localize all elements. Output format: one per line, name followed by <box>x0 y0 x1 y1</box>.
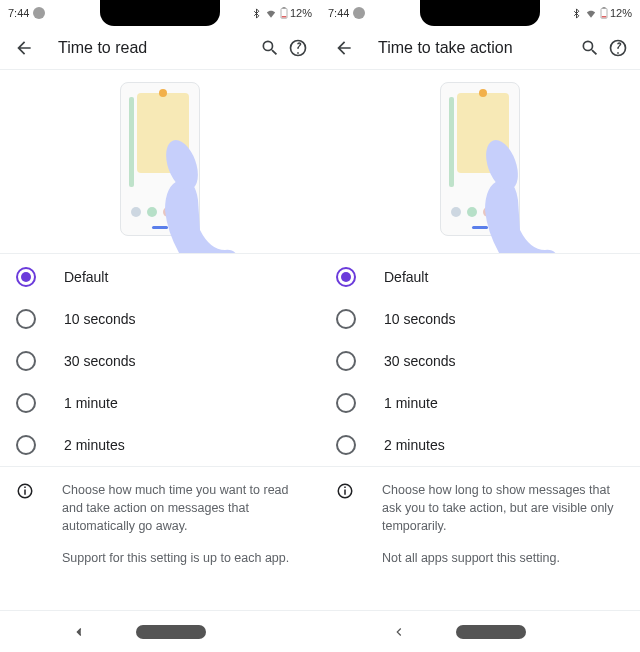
option-10s[interactable]: 10 seconds <box>320 298 640 340</box>
status-bar: 7:44 12% <box>320 0 640 26</box>
wifi-icon <box>264 8 278 19</box>
svg-rect-15 <box>344 487 346 489</box>
svg-rect-9 <box>602 7 605 9</box>
radio-icon <box>16 267 36 287</box>
help-icon <box>608 38 628 58</box>
hero-illustration <box>0 70 320 254</box>
radio-icon <box>336 267 356 287</box>
option-30s[interactable]: 30 seconds <box>0 340 320 382</box>
back-button[interactable] <box>330 34 358 62</box>
page-title: Time to read <box>58 39 256 57</box>
radio-icon <box>336 309 356 329</box>
app-bar: Time to take action <box>320 26 640 70</box>
info-desc: Choose how long to show messages that as… <box>382 481 624 535</box>
nav-home-pill[interactable] <box>136 625 206 639</box>
info-sub: Support for this setting is up to each a… <box>62 549 304 567</box>
option-label: 10 seconds <box>64 311 136 327</box>
svg-point-4 <box>160 136 204 194</box>
svg-point-12 <box>480 136 524 194</box>
notification-dot-icon <box>33 7 45 19</box>
battery-icon <box>600 7 608 19</box>
hero-illustration <box>320 70 640 254</box>
info-block: Choose how long to show messages that as… <box>320 467 640 568</box>
options-list: Default 10 seconds 30 seconds 1 minute 2… <box>0 254 320 467</box>
hand-icon <box>470 130 620 254</box>
option-label: 2 minutes <box>64 437 125 453</box>
option-label: Default <box>384 269 428 285</box>
radio-icon <box>16 393 36 413</box>
option-label: 30 seconds <box>384 353 456 369</box>
option-1m[interactable]: 1 minute <box>0 382 320 424</box>
radio-icon <box>336 393 356 413</box>
option-default[interactable]: Default <box>0 256 320 298</box>
display-notch <box>100 0 220 26</box>
option-10s[interactable]: 10 seconds <box>0 298 320 340</box>
app-bar: Time to read <box>0 26 320 70</box>
option-label: 1 minute <box>64 395 118 411</box>
option-label: 2 minutes <box>384 437 445 453</box>
option-label: 10 seconds <box>384 311 456 327</box>
option-2m[interactable]: 2 minutes <box>320 424 640 466</box>
info-sub: Not all apps support this setting. <box>382 549 624 567</box>
help-icon <box>288 38 308 58</box>
options-list: Default 10 seconds 30 seconds 1 minute 2… <box>320 254 640 467</box>
arrow-back-icon <box>14 38 34 58</box>
status-bar: 7:44 12% <box>0 0 320 26</box>
nav-back-button[interactable] <box>392 625 406 639</box>
info-desc: Choose how much time you want to read an… <box>62 481 304 535</box>
system-nav-bar <box>0 610 320 652</box>
option-label: 30 seconds <box>64 353 136 369</box>
screen-time-to-read: 7:44 12% Time to read <box>0 0 320 652</box>
info-block: Choose how much time you want to read an… <box>0 467 320 568</box>
svg-rect-7 <box>24 487 26 489</box>
bluetooth-icon <box>251 8 262 19</box>
battery-percent: 12% <box>290 7 312 19</box>
status-clock: 7:44 <box>328 7 349 19</box>
svg-rect-14 <box>344 490 346 495</box>
search-icon <box>580 38 600 58</box>
notification-dot-icon <box>353 7 365 19</box>
battery-percent: 12% <box>610 7 632 19</box>
radio-icon <box>16 435 36 455</box>
back-button[interactable] <box>10 34 38 62</box>
wifi-icon <box>584 8 598 19</box>
info-icon <box>16 482 34 500</box>
option-default[interactable]: Default <box>320 256 640 298</box>
nav-home-pill[interactable] <box>456 625 526 639</box>
battery-icon <box>280 7 288 19</box>
option-30s[interactable]: 30 seconds <box>320 340 640 382</box>
option-2m[interactable]: 2 minutes <box>0 424 320 466</box>
svg-rect-6 <box>24 490 26 495</box>
svg-rect-1 <box>282 7 285 9</box>
option-label: 1 minute <box>384 395 438 411</box>
svg-rect-2 <box>282 16 287 18</box>
radio-icon <box>16 351 36 371</box>
search-button[interactable] <box>576 34 604 62</box>
info-icon <box>336 482 354 500</box>
arrow-back-icon <box>334 38 354 58</box>
svg-rect-10 <box>602 16 607 18</box>
search-button[interactable] <box>256 34 284 62</box>
option-label: Default <box>64 269 108 285</box>
bluetooth-icon <box>571 8 582 19</box>
search-icon <box>260 38 280 58</box>
option-1m[interactable]: 1 minute <box>320 382 640 424</box>
help-button[interactable] <box>604 34 632 62</box>
radio-icon <box>16 309 36 329</box>
status-clock: 7:44 <box>8 7 29 19</box>
system-nav-bar <box>320 610 640 652</box>
hand-icon <box>150 130 300 254</box>
screen-time-to-take-action: 7:44 12% Time to take action <box>320 0 640 652</box>
page-title: Time to take action <box>378 39 576 57</box>
radio-icon <box>336 351 356 371</box>
help-button[interactable] <box>284 34 312 62</box>
nav-back-button[interactable] <box>72 625 86 639</box>
display-notch <box>420 0 540 26</box>
radio-icon <box>336 435 356 455</box>
